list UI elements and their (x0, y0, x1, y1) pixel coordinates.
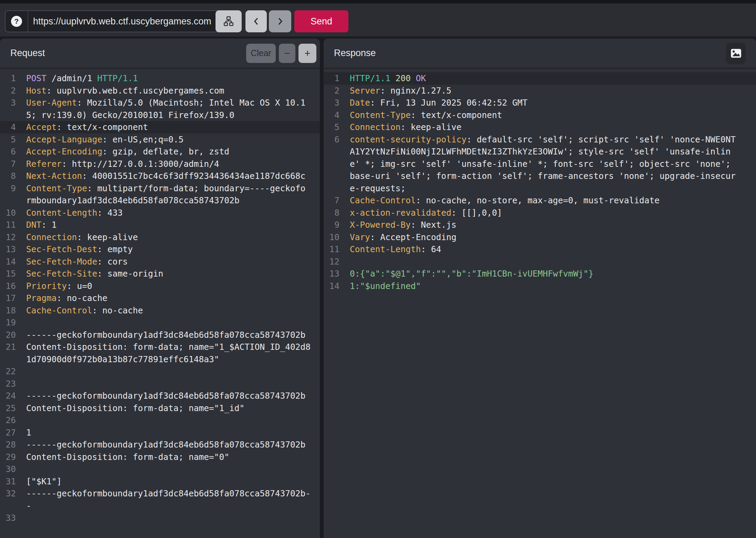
code-line: 7Cache-Control: no-cache, no-store, max-… (324, 194, 756, 207)
window-top-strip (0, 0, 756, 3)
code-line: 5Accept-Language: en-US,en;q=0.5 (0, 133, 320, 146)
line-number: 15 (0, 268, 16, 280)
line-number: 8 (0, 170, 16, 182)
decrease-font-button[interactable]: − (279, 44, 295, 63)
code-line: 12 (324, 256, 756, 268)
code-line: 141:"$undefined" (324, 280, 756, 292)
request-editor[interactable]: 1POST /admin/1 HTTP/1.12Host: uuplvrvb.w… (0, 70, 320, 538)
line-number: 31 (0, 475, 16, 488)
code-line: 32------geckoformboundary1adf3dc84eb6d58… (0, 487, 320, 512)
line-number: 21 (0, 341, 16, 353)
code-line: 8x-action-revalidated: [[],0,0] (324, 207, 756, 219)
line-number: 18 (0, 304, 16, 317)
url-bar: ? https://uuplvrvb.web.ctf.uscybergames.… (5, 10, 242, 32)
line-number: 16 (0, 280, 16, 292)
line-number: 27 (0, 427, 16, 439)
line-number: 13 (0, 243, 16, 256)
line-number: 17 (0, 292, 16, 304)
code-line: 14Sec-Fetch-Mode: cors (0, 256, 320, 268)
line-number: 22 (0, 365, 16, 378)
code-line: 10Content-Length: 433 (0, 207, 320, 219)
line-number: 4 (0, 121, 16, 133)
line-number: 9 (0, 182, 16, 195)
render-preview-button[interactable] (726, 43, 746, 64)
request-title: Request (10, 48, 45, 58)
response-panel-header: Response (324, 39, 756, 69)
url-input[interactable]: https://uuplvrvb.web.ctf.uscybergames.co… (28, 11, 216, 32)
help-button[interactable]: ? (6, 11, 28, 32)
chevron-right-icon (275, 16, 286, 27)
code-line: 5Connection: keep-alive (324, 121, 756, 133)
line-number: 11 (0, 219, 16, 231)
code-line: 4Accept: text/x-component (0, 121, 320, 133)
line-number: 2 (0, 85, 16, 97)
code-line: 9X-Powered-By: Next.js (324, 219, 756, 231)
question-circle-icon: ? (11, 16, 22, 27)
send-button[interactable]: Send (294, 10, 348, 32)
line-number: 2 (324, 85, 339, 97)
code-line: 271 (0, 427, 320, 439)
code-line: 22 (0, 365, 320, 378)
code-line: 9Content-Type: multipart/form-data; boun… (0, 182, 320, 207)
line-number: 26 (0, 414, 16, 427)
line-number: 30 (0, 463, 16, 475)
code-line: 6content-security-policy: default-src 's… (324, 133, 756, 195)
line-number: 33 (0, 512, 16, 524)
code-line: 26 (0, 414, 320, 427)
line-number: 28 (0, 439, 16, 451)
line-number: 29 (0, 451, 16, 463)
code-line: 8Next-Action: 40001551c7bc4c6f3dff923443… (0, 170, 320, 182)
line-number: 19 (0, 316, 16, 329)
code-line: 4Content-Type: text/x-component (324, 109, 756, 121)
back-button[interactable] (245, 10, 267, 32)
line-number: 3 (324, 97, 339, 109)
line-number: 1 (0, 72, 16, 85)
code-line: 3User-Agent: Mozilla/5.0 (Macintosh; Int… (0, 97, 320, 121)
code-line: 17Pragma: no-cache (0, 292, 320, 304)
code-line: 19 (0, 316, 320, 329)
code-line: 18Cache-Control: no-cache (0, 304, 320, 317)
line-number: 12 (0, 231, 16, 244)
response-title: Response (334, 48, 376, 58)
clear-button[interactable]: Clear (246, 44, 276, 63)
code-line: 1HTTP/1.1 200 OK (324, 72, 756, 85)
code-line: 2Server: nginx/1.27.5 (324, 85, 756, 97)
line-number: 14 (0, 256, 16, 268)
code-line: 2Host: uuplvrvb.web.ctf.uscybergames.com (0, 85, 320, 97)
code-line: 1POST /admin/1 HTTP/1.1 (0, 72, 320, 85)
image-icon (730, 47, 742, 60)
forward-button[interactable] (269, 10, 291, 32)
code-line: 11DNT: 1 (0, 219, 320, 231)
code-line: 20------geckoformboundary1adf3dc84eb6d58… (0, 329, 320, 341)
response-editor[interactable]: 1HTTP/1.1 200 OK2Server: nginx/1.27.53Da… (324, 70, 756, 538)
code-line: 30 (0, 463, 320, 475)
chevron-left-icon (251, 16, 262, 27)
replay-app: ? https://uuplvrvb.web.ctf.uscybergames.… (0, 0, 756, 538)
code-line: 130:{"a":"$@1","f":"","b":"ImH1CBn-ivUEM… (324, 268, 756, 280)
line-number: 11 (324, 243, 339, 256)
line-number: 9 (324, 219, 339, 231)
line-number: 4 (324, 109, 339, 121)
line-number: 23 (0, 378, 16, 390)
code-line: 12Connection: keep-alive (0, 231, 320, 244)
line-number: 3 (0, 97, 16, 109)
increase-font-button[interactable]: + (298, 44, 316, 63)
line-number: 7 (0, 158, 16, 170)
line-number: 6 (0, 146, 16, 158)
code-line: 28------geckoformboundary1adf3dc84eb6d58… (0, 439, 320, 451)
line-number: 5 (0, 133, 16, 146)
sitemap-button[interactable] (216, 10, 242, 32)
code-line: 33 (0, 512, 320, 524)
code-line: 13Sec-Fetch-Dest: empty (0, 243, 320, 256)
code-line: 25Content-Disposition: form-data; name="… (0, 402, 320, 415)
code-line: 24------geckoformboundary1adf3dc84eb6d58… (0, 390, 320, 402)
line-number: 32 (0, 487, 16, 500)
code-line: 31["$K1"] (0, 475, 320, 488)
line-number: 24 (0, 390, 16, 402)
line-number: 13 (324, 268, 339, 280)
request-panel-header: Request Clear − + (0, 39, 320, 69)
line-number: 25 (0, 402, 16, 415)
code-line: 16Priority: u=0 (0, 280, 320, 292)
code-line: 23 (0, 378, 320, 390)
line-number: 10 (324, 231, 339, 244)
